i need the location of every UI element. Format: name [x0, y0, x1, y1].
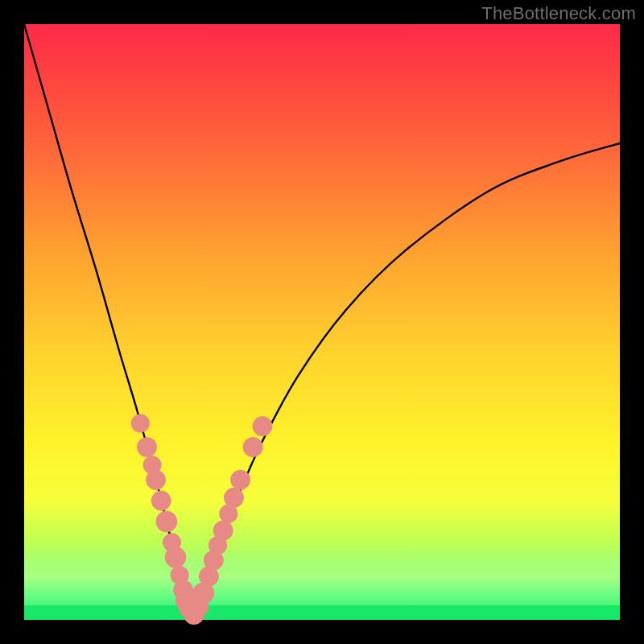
watermark-text: TheBottleneck.com — [481, 3, 636, 24]
curve-svg — [24, 24, 620, 620]
marker-dot — [243, 437, 263, 457]
marker-dot — [156, 511, 178, 533]
curve-markers — [131, 414, 273, 625]
marker-dot — [151, 491, 171, 511]
marker-dot — [131, 414, 150, 432]
marker-dot — [253, 416, 273, 436]
marker-dot — [146, 470, 166, 490]
marker-dot — [213, 521, 233, 541]
chart-stage: TheBottleneck.com — [0, 0, 644, 644]
marker-dot — [230, 470, 250, 490]
marker-dot — [137, 437, 157, 457]
bottleneck-curve — [24, 24, 620, 620]
plot-area — [24, 24, 620, 620]
marker-dot — [165, 547, 187, 568]
marker-dot — [224, 488, 244, 508]
